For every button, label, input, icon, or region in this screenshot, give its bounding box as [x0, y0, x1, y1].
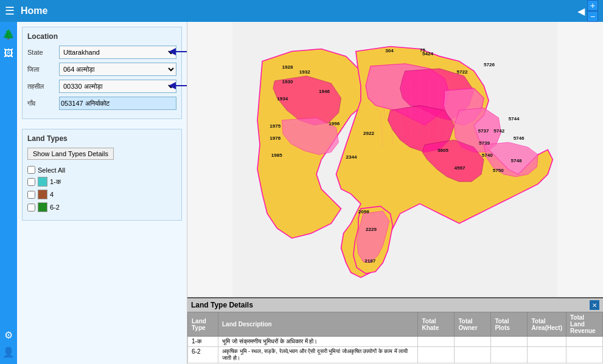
col-header-land-type: Land Type	[188, 312, 218, 337]
land-type-row-2: 6-2	[27, 202, 176, 212]
svg-text:2229: 2229	[366, 227, 377, 232]
jila-select[interactable]: 064 अल्मोड़ा	[59, 63, 176, 76]
state-row: State Uttarakhand	[27, 46, 176, 59]
land-type-details-table: Land Type Land Description Total Khate T…	[187, 312, 603, 363]
land-types-section: Land Types Show Land Types Details Selec…	[22, 129, 182, 221]
svg-text:2344: 2344	[346, 154, 357, 160]
svg-text:2098: 2098	[358, 209, 369, 215]
tree-icon[interactable]: 🌲	[1, 27, 16, 41]
state-label: State	[27, 49, 59, 56]
map-svg: 1928 1930 1932 1934 1946 1975 1976 1985 …	[187, 22, 603, 297]
gaon-input[interactable]	[59, 97, 176, 110]
svg-text:2187: 2187	[364, 258, 375, 264]
land-type-label-2: 6-2	[50, 204, 60, 211]
icon-bar-bottom: ⚙ 👤	[1, 328, 16, 359]
svg-text:1932: 1932	[299, 69, 310, 75]
tehsil-row: तहसील 00330 अल्मोड़ा	[27, 80, 176, 93]
land-type-label-0: 1-क	[50, 178, 61, 186]
menu-icon[interactable]: ☰	[5, 4, 15, 18]
row0-desc: भूमि जो संक्रमणीय भूमिधरों के अधिकार में…	[218, 337, 418, 347]
location-title: Location	[27, 32, 176, 41]
settings-icon[interactable]: ⚙	[1, 328, 16, 342]
land-type-swatch-1	[38, 190, 47, 199]
gaon-row: गाँव	[27, 97, 176, 110]
image-icon[interactable]: 🖼	[1, 46, 16, 61]
row1-desc: अकृषिक भूमि - स्थल, सड़कें, रेलवे,भवन और…	[218, 347, 418, 363]
icon-bar: 🌲 🖼 ⚙ 👤	[0, 22, 17, 364]
row0-type: 1-क	[188, 337, 218, 347]
svg-text:5742: 5742	[493, 128, 504, 134]
svg-text:1976: 1976	[270, 136, 281, 141]
row1-area	[528, 347, 566, 363]
topbar: ☰ Home ◀ + −	[0, 0, 603, 22]
row1-plots	[491, 347, 528, 363]
svg-text:5744: 5744	[509, 116, 520, 122]
location-section: Location State Uttarakhand जिला 064 अल्म…	[22, 27, 182, 119]
land-type-details-panel: Land Type Details ✕ Land Type Land Descr…	[187, 297, 603, 364]
map-area[interactable]: 1928 1930 1932 1934 1946 1975 1976 1985 …	[187, 22, 603, 364]
panel-close-button[interactable]: ✕	[590, 300, 599, 310]
land-type-row-0: 1-क	[27, 177, 176, 187]
tehsil-select[interactable]: 00330 अल्मोड़ा	[59, 80, 176, 93]
col-header-area: Total Area(Hect)	[528, 312, 566, 337]
state-select[interactable]: Uttarakhand	[59, 46, 176, 59]
select-all-checkbox[interactable]	[27, 166, 35, 174]
select-all-label: Select All	[38, 167, 65, 174]
svg-text:5722: 5722	[457, 69, 468, 75]
col-header-owner: Total Owner	[455, 312, 491, 337]
svg-text:1985: 1985	[271, 153, 282, 158]
svg-text:1928: 1928	[282, 64, 293, 70]
land-type-label-1: 4	[50, 191, 54, 198]
main-layout: 🌲 🖼 ⚙ 👤 Location State Uttarakhand	[0, 22, 603, 364]
app-title: Home	[21, 5, 577, 16]
svg-text:5737: 5737	[478, 128, 489, 134]
user-icon[interactable]: 👤	[1, 345, 16, 359]
show-land-types-button[interactable]: Show Land Types Details	[27, 148, 114, 160]
table-row: 1-क भूमि जो संक्रमणीय भूमिधरों के अधिकार…	[188, 337, 603, 347]
svg-text:2922: 2922	[363, 131, 374, 136]
land-type-checkbox-0[interactable]	[27, 178, 35, 186]
panel-title: Land Type Details	[191, 301, 253, 309]
svg-text:5740: 5740	[482, 153, 493, 158]
col-header-plots: Total Plots	[491, 312, 528, 337]
row0-revenue	[566, 337, 603, 347]
collapse-arrow[interactable]: ◀	[577, 5, 585, 17]
land-types-title: Land Types	[27, 134, 176, 143]
sidebar: Location State Uttarakhand जिला 064 अल्म…	[17, 22, 187, 364]
row0-owner	[455, 337, 491, 347]
land-type-swatch-0	[38, 177, 47, 187]
row0-area	[528, 337, 566, 347]
svg-text:5748: 5748	[511, 158, 522, 163]
jila-label: जिला	[27, 66, 59, 74]
svg-text:1996: 1996	[329, 121, 340, 126]
svg-text:5739: 5739	[479, 140, 490, 146]
table-header-row: Land Type Land Description Total Khate T…	[188, 312, 603, 337]
svg-text:5746: 5746	[514, 136, 525, 141]
zoom-out-button[interactable]: −	[587, 11, 598, 22]
row0-khate	[418, 337, 455, 347]
col-header-land-desc: Land Description	[218, 312, 418, 337]
panel-header: Land Type Details ✕	[187, 298, 603, 312]
row1-revenue	[566, 347, 603, 363]
svg-text:1930: 1930	[282, 79, 293, 84]
tehsil-label: तहसील	[27, 83, 59, 91]
col-header-revenue: Total Land Revenue	[566, 312, 603, 337]
svg-text:304: 304	[385, 48, 394, 53]
col-header-khate: Total Khate	[418, 312, 455, 337]
svg-text:1934: 1934	[277, 96, 288, 101]
land-type-checkbox-1[interactable]	[27, 191, 35, 199]
land-type-checkbox-2[interactable]	[27, 204, 35, 211]
row1-khate	[418, 347, 455, 363]
state-arrow-indicator	[167, 44, 187, 60]
svg-text:4597: 4597	[455, 165, 465, 171]
svg-text:5750: 5750	[493, 168, 504, 173]
row0-plots	[491, 337, 528, 347]
jila-row: जिला 064 अल्मोड़ा	[27, 63, 176, 76]
land-type-row-1: 4	[27, 190, 176, 199]
zoom-in-button[interactable]: +	[587, 0, 598, 11]
land-type-swatch-2	[38, 202, 47, 212]
tehsil-arrow-indicator	[167, 78, 187, 94]
svg-text:1946: 1946	[319, 89, 330, 94]
row1-type: 6-2	[188, 347, 218, 363]
gaon-label: गाँव	[27, 100, 59, 108]
